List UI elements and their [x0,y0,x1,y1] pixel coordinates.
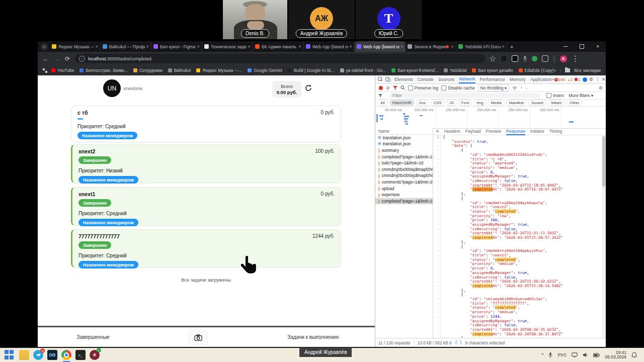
export-har-icon[interactable]: ↓ [525,85,527,90]
network-conditions-icon[interactable] [512,86,517,90]
tab-close-icon[interactable]: ✕ [349,45,352,49]
forward-icon[interactable]: → [54,55,60,62]
bookmark-item[interactable]: Бал кукол дизайн [472,68,513,73]
site-info-icon[interactable]: i [79,56,85,62]
tab-close-icon[interactable]: ✕ [451,45,454,49]
clear-icon[interactable]: ⊘ [386,85,390,90]
tab-close-icon[interactable]: ✕ [146,45,149,49]
tab-search-button[interactable]: v [41,43,48,50]
browser-tab[interactable]: Бал кукол - Figma✕ [151,41,202,52]
reload-icon[interactable]: ⟳ [65,55,70,62]
preserve-log-checkbox[interactable]: Preserve log [408,85,439,90]
browser-tab[interactable]: Яндекс Музыка — с✕ [50,41,101,52]
filter-chip[interactable]: Img [473,100,486,106]
devtools-tab-memory[interactable]: Memory [510,76,526,83]
response-scrollbar[interactable] [602,135,606,338]
browser-tab[interactable]: Техническое задани✕ [202,41,253,52]
request-row[interactable]: {}cmmdmj05x000ejdtmapfzh00n [375,166,433,173]
task-card[interactable]: xnext10 руб.ЗавершеноПриоритет: СреднийН… [71,187,341,226]
menu-kebab-icon[interactable]: ⋮ [572,54,580,63]
tab-close-icon[interactable]: ✕ [502,45,505,49]
camera-button[interactable] [189,330,208,345]
search-icon[interactable] [400,85,405,90]
logout-icon[interactable] [304,84,312,94]
footer-tab-completed[interactable]: Завершенные [58,334,128,340]
devtools-kebab-icon[interactable]: ⋮ [595,77,600,82]
bookmark-item[interactable]: BalKukol [168,68,191,73]
back-icon[interactable]: ← [43,55,49,62]
filter-funnel-icon[interactable] [393,86,397,90]
adblock-extension-icon[interactable] [532,56,537,61]
clock[interactable]: 19:41 05.03.2026 [605,350,626,360]
bookmark-star-icon[interactable]: ☆ [489,54,496,63]
bookmark-item[interactable]: Бал-кукол-frontend... [391,68,438,73]
device-toolbar-icon[interactable] [385,77,390,82]
task-card[interactable]: 777777777777771244 руб.ЗавершеноПриорите… [71,229,341,267]
bookmark-item[interactable]: Google Gemini [248,68,282,73]
name-column-header[interactable]: Name [375,128,433,135]
battery-icon[interactable] [593,353,600,357]
panel-tab-preview[interactable]: Preview [486,128,501,135]
footer-tab-todo[interactable]: Задачи к выполнению [274,334,352,340]
profile-avatar[interactable]: A [560,55,567,62]
request-row[interactable]: {}completed?page=1&limit=10 [375,154,433,160]
request-row[interactable]: {}completed?page=1&limit=10 [375,198,433,205]
tray-chevron-icon[interactable]: ^ [541,352,543,357]
filter-chip[interactable]: Socket [528,100,546,106]
browser-tab[interactable]: Звонок в Яндекс✕ [406,41,456,52]
mic-icon[interactable] [523,56,527,62]
issues-badge[interactable]: 1 [575,77,580,82]
filter-chip[interactable]: Manifest [506,100,527,106]
panel-tab-payload[interactable]: Payload [465,128,481,135]
filter-chip[interactable]: Doc [416,100,429,106]
bookmark-item[interactable]: YouTube [51,68,74,73]
extensions-puzzle-icon[interactable] [542,55,548,62]
extension-icon-2[interactable] [512,55,518,62]
devtools-close-icon[interactable]: ✕ [602,77,606,82]
request-row[interactable]: ▤translation.json [375,141,433,148]
panel-tab-headers[interactable]: Headers [444,128,460,135]
panel-tab-timing[interactable]: Timing [549,128,562,135]
panel-close-icon[interactable]: ✕ [436,129,439,134]
chrome-icon[interactable] [61,350,71,360]
request-row[interactable]: {}comments?page=1&limit=20 [375,179,433,186]
minimize-button[interactable] [557,41,574,52]
bookmark-item[interactable]: Сотрудники [133,68,163,73]
bookmark-item[interactable]: EdaEda (Copy) – Fig... [519,68,554,73]
filter-chip[interactable]: Font [458,100,472,106]
devtools-settings-icon[interactable]: ⚙ [589,77,593,82]
filter-chip[interactable]: JS [446,100,457,106]
panel-tab-initiator[interactable]: Initiator [530,128,544,135]
bookmarks-overflow-chevron[interactable]: » [553,68,556,73]
request-row[interactable]: {}upload [375,186,433,192]
devtools-tab-sources[interactable]: Sources [438,76,454,83]
panel-tab-response[interactable]: Response [506,128,525,135]
bookmark-item[interactable]: Яндекс Музыка —... [196,68,242,73]
network-overview[interactable]: 50.000 ms100.000 ms150.000 ms200.000 ms2… [375,107,606,129]
response-body[interactable]: 1{- "success": true,- "data": [- {- "id"… [433,135,602,338]
notifications-bell-icon[interactable] [631,352,637,358]
language-indicator[interactable]: РУС [557,352,567,357]
filter-chip[interactable]: Media [488,100,504,106]
telegram-icon[interactable]: 9 [33,350,43,360]
bookmark-item[interactable]: Белгосстрах. Заявк... [79,68,127,73]
maximize-button[interactable] [574,41,590,52]
request-row[interactable]: {}expenses [375,192,433,198]
tab-close-icon[interactable]: ✕ [95,45,98,49]
inspect-icon[interactable] [378,77,383,82]
task-card[interactable]: с тб0 руб.Приоритет: СреднийНазначено ме… [71,106,341,142]
user-avatar[interactable]: UN [103,79,121,97]
filter-chip[interactable]: CSS [431,100,445,106]
network-settings-icon[interactable]: ⚙ [599,85,603,90]
network-tray-icon[interactable] [572,352,578,357]
error-badge[interactable]: ✕193 [554,77,565,82]
filter-chip[interactable]: Wasm [548,100,565,106]
tab-close-icon[interactable]: ✕ [400,45,404,49]
pretty-print-icon[interactable]: { } [455,340,462,345]
warning-badge[interactable]: ▲2 [567,77,573,82]
bookmark-item[interactable]: YaSdelal [444,68,466,73]
task-card[interactable]: xnext2100 руб.ЗавершеноПриоритет: Низкий… [71,144,341,183]
request-row[interactable]: ▤translation.json [375,135,433,141]
request-row[interactable]: {}summary [375,147,433,154]
tab-close-icon[interactable]: ✕ [248,45,251,49]
